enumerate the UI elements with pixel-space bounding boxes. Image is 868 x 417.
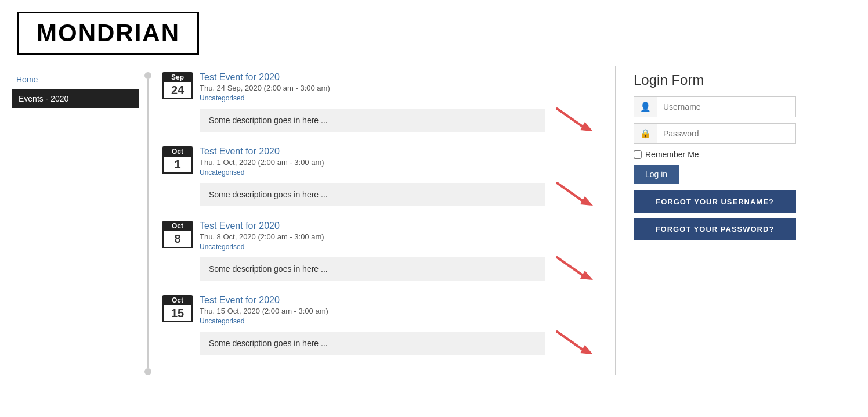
right-sidebar: Login Form 👤 🔒 Remember Me Log in FORGOT… <box>622 66 808 375</box>
login-form-title: Login Form <box>634 72 796 88</box>
login-button[interactable]: Log in <box>634 165 679 184</box>
vertical-divider <box>615 66 616 375</box>
timeline <box>139 66 157 375</box>
event-description-row: Some description goes in here ... <box>200 329 598 358</box>
date-badge: Oct 8 <box>162 221 193 248</box>
event-day: 1 <box>162 157 193 174</box>
date-badge: Sep 24 <box>162 72 193 99</box>
event-description: Some description goes in here ... <box>200 109 545 132</box>
remember-me-row: Remember Me <box>634 150 796 159</box>
lock-icon: 🔒 <box>634 124 657 143</box>
sidebar-item-events[interactable]: Events - 2020 <box>12 89 139 108</box>
timeline-line <box>147 79 149 368</box>
event-item: Oct 1 Test Event for 2020 Thu. 1 Oct, 20… <box>162 146 598 209</box>
header: MONDRIAN <box>0 0 868 66</box>
svg-line-4 <box>557 257 586 278</box>
event-info: Test Event for 2020 Thu. 24 Sep, 2020 (2… <box>200 72 598 102</box>
sidebar: Home Events - 2020 <box>12 66 139 375</box>
sidebar-item-home[interactable]: Home <box>12 72 139 87</box>
event-datetime: Thu. 8 Oct, 2020 (2:00 am - 3:00 am) <box>200 232 598 241</box>
event-item: Oct 15 Test Event for 2020 Thu. 15 Oct, … <box>162 295 598 358</box>
event-day: 24 <box>162 82 193 99</box>
event-item: Oct 8 Test Event for 2020 Thu. 8 Oct, 20… <box>162 221 598 283</box>
arrow-icon <box>551 106 598 135</box>
event-info: Test Event for 2020 Thu. 1 Oct, 2020 (2:… <box>200 146 598 177</box>
event-header-row: Oct 1 Test Event for 2020 Thu. 1 Oct, 20… <box>162 146 598 177</box>
event-datetime: Thu. 1 Oct, 2020 (2:00 am - 3:00 am) <box>200 158 598 167</box>
event-category[interactable]: Uncategorised <box>200 94 598 102</box>
timeline-dot-bottom <box>144 368 151 375</box>
event-description-row: Some description goes in here ... <box>200 180 598 209</box>
date-badge: Oct 1 <box>162 146 193 174</box>
event-description: Some description goes in here ... <box>200 257 545 281</box>
event-month: Oct <box>162 146 193 157</box>
password-input[interactable] <box>657 124 795 143</box>
arrow-icon <box>551 329 598 358</box>
event-category[interactable]: Uncategorised <box>200 168 598 177</box>
event-day: 8 <box>162 231 193 248</box>
arrow-icon <box>551 254 598 283</box>
timeline-dot-top <box>144 72 151 79</box>
event-month: Oct <box>162 221 193 231</box>
forgot-username-button[interactable]: FORGOT YOUR USERNAME? <box>634 190 796 213</box>
username-input-row: 👤 <box>634 96 796 117</box>
events-area: Sep 24 Test Event for 2020 Thu. 24 Sep, … <box>157 66 609 375</box>
event-month: Oct <box>162 295 193 305</box>
event-description-row: Some description goes in here ... <box>200 254 598 283</box>
event-description: Some description goes in here ... <box>200 183 545 206</box>
event-category[interactable]: Uncategorised <box>200 317 598 325</box>
username-input[interactable] <box>657 98 795 116</box>
event-title[interactable]: Test Event for 2020 <box>200 295 598 305</box>
svg-line-2 <box>557 183 586 203</box>
event-month: Sep <box>162 72 193 82</box>
logo: MONDRIAN <box>17 12 199 55</box>
event-description-row: Some description goes in here ... <box>200 106 598 135</box>
svg-line-0 <box>557 109 586 129</box>
date-badge: Oct 15 <box>162 295 193 322</box>
remember-me-label: Remember Me <box>645 150 699 159</box>
event-title[interactable]: Test Event for 2020 <box>200 221 598 231</box>
event-header-row: Oct 15 Test Event for 2020 Thu. 15 Oct, … <box>162 295 598 325</box>
event-datetime: Thu. 24 Sep, 2020 (2:00 am - 3:00 am) <box>200 84 598 92</box>
event-info: Test Event for 2020 Thu. 8 Oct, 2020 (2:… <box>200 221 598 251</box>
event-title[interactable]: Test Event for 2020 <box>200 72 598 82</box>
svg-line-6 <box>557 332 586 352</box>
event-title[interactable]: Test Event for 2020 <box>200 146 598 157</box>
event-day: 15 <box>162 305 193 322</box>
user-icon: 👤 <box>634 97 657 117</box>
event-datetime: Thu. 15 Oct, 2020 (2:00 am - 3:00 am) <box>200 307 598 315</box>
event-header-row: Oct 8 Test Event for 2020 Thu. 8 Oct, 20… <box>162 221 598 251</box>
arrow-icon <box>551 180 598 209</box>
event-header-row: Sep 24 Test Event for 2020 Thu. 24 Sep, … <box>162 72 598 102</box>
password-input-row: 🔒 <box>634 123 796 144</box>
event-info: Test Event for 2020 Thu. 15 Oct, 2020 (2… <box>200 295 598 325</box>
event-item: Sep 24 Test Event for 2020 Thu. 24 Sep, … <box>162 72 598 135</box>
event-description: Some description goes in here ... <box>200 332 545 355</box>
forgot-password-button[interactable]: FORGOT YOUR PASSWORD? <box>634 218 796 240</box>
remember-me-checkbox[interactable] <box>634 150 642 159</box>
event-category[interactable]: Uncategorised <box>200 243 598 251</box>
